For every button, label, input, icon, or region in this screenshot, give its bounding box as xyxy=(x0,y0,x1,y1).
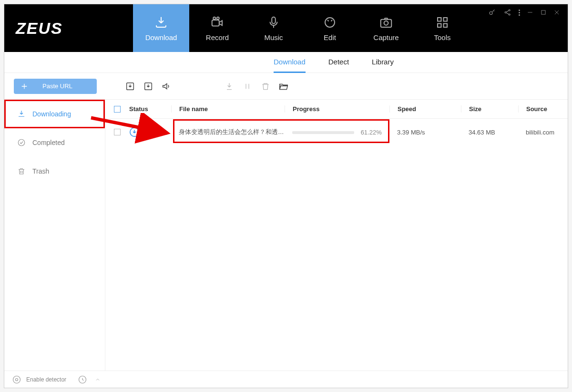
main-nav: Download Record Music Edit Capture Tools xyxy=(133,4,470,52)
edit-icon xyxy=(323,15,337,30)
paste-url-button[interactable]: Paste URL xyxy=(14,79,97,94)
sidebar-item-label: Trash xyxy=(32,167,49,175)
completed-icon xyxy=(17,138,26,147)
svg-point-5 xyxy=(384,21,388,25)
app-window: ZEUS Download Record Music Edit Capture xyxy=(4,4,568,388)
close-icon[interactable] xyxy=(553,9,560,16)
nav-record[interactable]: Record xyxy=(189,4,245,52)
svg-rect-14 xyxy=(541,10,545,14)
paste-url-label: Paste URL xyxy=(42,83,72,90)
chevron-up-icon[interactable] xyxy=(95,377,101,382)
content-area: Status File name Progress Speed Size Sou… xyxy=(105,100,568,371)
row-checkbox[interactable] xyxy=(114,129,121,135)
svg-point-13 xyxy=(509,14,510,15)
sidebar-item-label: Downloading xyxy=(32,110,71,118)
svg-rect-8 xyxy=(438,23,441,27)
svg-point-17 xyxy=(18,139,25,146)
progress-cell: 61.22% xyxy=(285,129,389,136)
key-icon[interactable] xyxy=(488,8,497,17)
table-row[interactable]: 身体变透明后的生活会怎么样？和透明... 61.22% 3.39 MB/s 34… xyxy=(105,119,568,145)
app-logo: ZEUS xyxy=(4,4,133,52)
svg-point-12 xyxy=(509,10,510,11)
music-icon xyxy=(266,15,281,30)
size-cell: 34.63 MB xyxy=(461,129,518,136)
batch-download-2-icon[interactable] xyxy=(143,81,154,92)
sidebar-item-trash[interactable]: Trash xyxy=(4,157,105,186)
nav-label: Record xyxy=(206,33,229,41)
nav-label: Download xyxy=(145,33,177,41)
col-speed[interactable]: Speed xyxy=(389,105,461,113)
subtab-download[interactable]: Download xyxy=(274,52,306,73)
svg-point-2 xyxy=(217,17,219,19)
nav-label: Tools xyxy=(434,33,450,41)
nav-label: Music xyxy=(264,33,283,41)
sidebar-item-completed[interactable]: Completed xyxy=(4,128,105,157)
progress-percent: 61.22% xyxy=(361,129,382,136)
trash-icon[interactable] xyxy=(260,81,271,92)
table-header: Status File name Progress Speed Size Sou… xyxy=(105,100,568,119)
enable-detector-label[interactable]: Enable detector xyxy=(26,376,66,383)
svg-rect-0 xyxy=(212,20,219,26)
window-controls xyxy=(488,8,560,17)
main-body: Downloading Completed Trash Status File … xyxy=(4,100,568,371)
svg-point-10 xyxy=(490,12,492,15)
capture-icon xyxy=(379,15,393,30)
speed-cell: 3.39 MB/s xyxy=(389,129,461,136)
sidebar-item-downloading[interactable]: Downloading xyxy=(4,100,105,128)
subtabs: Download Detect Library xyxy=(4,52,568,73)
nav-tools[interactable]: Tools xyxy=(414,4,470,52)
col-source[interactable]: Source xyxy=(518,105,568,113)
nav-label: Capture xyxy=(373,33,398,41)
plus-icon xyxy=(20,83,28,90)
batch-download-1-icon[interactable] xyxy=(124,81,136,92)
source-cell: bilibili.com xyxy=(518,129,568,136)
maximize-icon[interactable] xyxy=(540,9,547,16)
trash-sidebar-icon xyxy=(17,167,26,175)
svg-point-1 xyxy=(213,17,215,19)
download-action-icon[interactable] xyxy=(224,81,235,92)
col-status[interactable]: Status xyxy=(129,105,171,113)
svg-rect-9 xyxy=(444,23,448,27)
menu-icon[interactable] xyxy=(519,9,520,16)
titlebar: ZEUS Download Record Music Edit Capture xyxy=(4,4,568,52)
col-file[interactable]: File name xyxy=(171,105,285,113)
svg-rect-7 xyxy=(444,18,448,21)
pause-icon[interactable] xyxy=(242,81,253,92)
nav-music[interactable]: Music xyxy=(245,4,302,52)
select-all-checkbox[interactable] xyxy=(114,106,121,113)
progress-bar xyxy=(292,131,354,134)
svg-rect-3 xyxy=(272,17,276,23)
nav-edit[interactable]: Edit xyxy=(302,4,358,52)
downloading-status-icon xyxy=(129,127,140,137)
file-name: 身体变透明后的生活会怎么样？和透明... xyxy=(171,128,285,136)
svg-point-21 xyxy=(16,378,18,381)
col-size[interactable]: Size xyxy=(461,105,518,113)
nav-download[interactable]: Download xyxy=(133,4,189,52)
sidebar: Downloading Completed Trash xyxy=(4,100,105,371)
download-icon xyxy=(154,15,168,30)
svg-point-20 xyxy=(13,376,20,383)
toolbar: Paste URL xyxy=(4,73,568,100)
col-progress[interactable]: Progress xyxy=(285,105,389,113)
svg-point-11 xyxy=(505,12,506,13)
subtab-detect[interactable]: Detect xyxy=(328,52,349,73)
volume-icon[interactable] xyxy=(161,81,172,92)
downloading-icon xyxy=(17,110,26,118)
nav-capture[interactable]: Capture xyxy=(358,4,414,52)
tools-icon xyxy=(435,15,449,30)
svg-rect-6 xyxy=(438,18,441,21)
minimize-icon[interactable] xyxy=(527,9,533,16)
share-icon[interactable] xyxy=(503,8,512,17)
footer: Enable detector xyxy=(4,371,568,388)
nav-label: Edit xyxy=(324,33,336,41)
clock-icon[interactable] xyxy=(78,375,87,384)
record-icon xyxy=(210,15,225,30)
folder-open-icon[interactable] xyxy=(278,81,289,92)
subtab-library[interactable]: Library xyxy=(372,52,394,73)
detector-icon[interactable] xyxy=(12,375,21,384)
sidebar-item-label: Completed xyxy=(32,139,65,146)
